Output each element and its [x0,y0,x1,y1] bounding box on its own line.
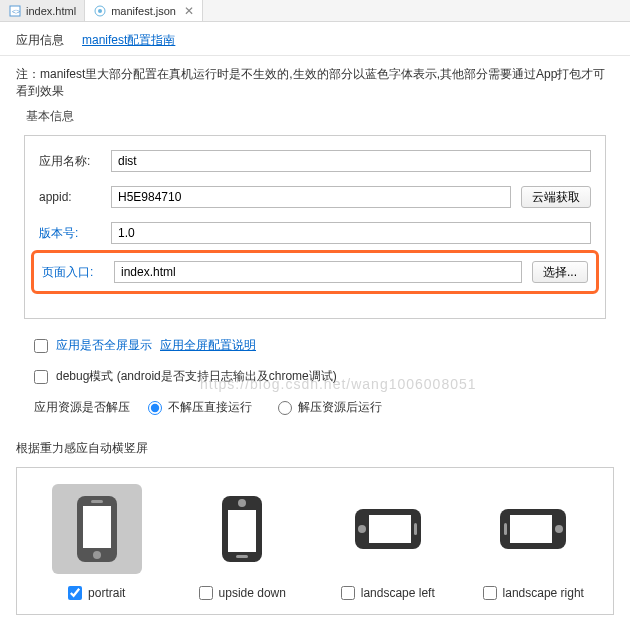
fullscreen-label: 应用是否全屏显示 [56,337,152,354]
svg-rect-6 [91,500,103,503]
manifest-guide-link[interactable]: manifest配置指南 [82,30,175,51]
inner-tab-bar: 应用信息 manifest配置指南 [0,22,630,56]
landscape-left-icon [343,484,433,574]
svg-point-7 [93,551,101,559]
no-unzip-radio[interactable] [148,401,162,415]
landscape-left-label: landscape left [361,586,435,600]
resource-label: 应用资源是否解压 [34,399,130,416]
portrait-checkbox[interactable] [68,586,82,600]
basic-info-group: 应用名称: appid: 云端获取 版本号: 页面入口: 选择... [24,135,606,319]
orientation-landscape-left[interactable]: landscape left [318,484,458,600]
orientation-title: 根据重力感应自动横竖屏 [16,440,614,457]
orientation-grid: portrait upside down landscape left [16,467,614,615]
app-name-row: 应用名称: [39,150,591,172]
orientation-upside-down[interactable]: upside down [173,484,313,600]
portrait-icon [52,484,142,574]
no-unzip-label: 不解压直接运行 [168,399,252,416]
appid-row: appid: 云端获取 [39,186,591,208]
app-name-label: 应用名称: [39,153,101,170]
landscape-left-checkbox[interactable] [341,586,355,600]
svg-rect-5 [83,506,111,548]
app-name-input[interactable] [111,150,591,172]
unzip-label: 解压资源后运行 [298,399,382,416]
entry-label: 页面入口: [42,264,104,281]
upside-down-checkbox[interactable] [199,586,213,600]
basic-info-title: 基本信息 [26,108,614,125]
cloud-fetch-button[interactable]: 云端获取 [521,186,591,208]
resource-row: 应用资源是否解压 不解压直接运行 解压资源后运行 [16,399,614,416]
file-tab-index[interactable]: <> index.html [0,0,85,21]
entry-input[interactable] [114,261,522,283]
entry-row: 页面入口: 选择... [42,261,588,283]
orientation-portrait[interactable]: portrait [27,484,167,600]
portrait-label: portrait [88,586,125,600]
svg-rect-13 [369,515,411,543]
fullscreen-row: 应用是否全屏显示 应用全屏配置说明 [16,337,614,354]
fullscreen-checkbox[interactable] [34,339,48,353]
version-input[interactable] [111,222,591,244]
orientation-landscape-right[interactable]: landscape right [464,484,604,600]
orientation-section: 根据重力感应自动横竖屏 portrait upside down [0,440,630,623]
debug-label: debug模式 (android是否支持日志输出及chrome调试) [56,368,337,385]
debug-checkbox[interactable] [34,370,48,384]
svg-point-19 [555,525,563,533]
svg-point-15 [358,525,366,533]
svg-rect-10 [236,555,248,558]
svg-point-11 [238,499,246,507]
landscape-right-icon [488,484,578,574]
content-area: 注：manifest里大部分配置在真机运行时是不生效的,生效的部分以蓝色字体表示… [0,56,630,440]
upside-down-icon [197,484,287,574]
appid-input[interactable] [111,186,511,208]
version-row: 版本号: [39,222,591,244]
tab-app-info[interactable]: 应用信息 [16,30,64,51]
debug-row: debug模式 (android是否支持日志输出及chrome调试) [16,368,614,385]
svg-rect-14 [414,523,417,535]
svg-text:<>: <> [12,8,20,15]
upside-down-label: upside down [219,586,286,600]
file-tab-label: manifest.json [111,5,176,17]
file-tab-label: index.html [26,5,76,17]
html-file-icon: <> [8,4,22,18]
entry-highlight: 页面入口: 选择... [31,250,599,294]
svg-rect-17 [510,515,552,543]
file-tab-bar: <> index.html manifest.json ✕ [0,0,630,22]
close-icon[interactable]: ✕ [184,4,194,18]
appid-label: appid: [39,190,101,204]
select-button[interactable]: 选择... [532,261,588,283]
landscape-right-label: landscape right [503,586,584,600]
fullscreen-config-link[interactable]: 应用全屏配置说明 [160,337,256,354]
version-label: 版本号: [39,225,101,242]
note-text: 注：manifest里大部分配置在真机运行时是不生效的,生效的部分以蓝色字体表示… [16,66,614,100]
landscape-right-checkbox[interactable] [483,586,497,600]
svg-rect-18 [504,523,507,535]
json-file-icon [93,4,107,18]
file-tab-manifest[interactable]: manifest.json ✕ [85,0,203,21]
unzip-radio[interactable] [278,401,292,415]
svg-point-3 [98,9,102,13]
svg-rect-9 [228,510,256,552]
